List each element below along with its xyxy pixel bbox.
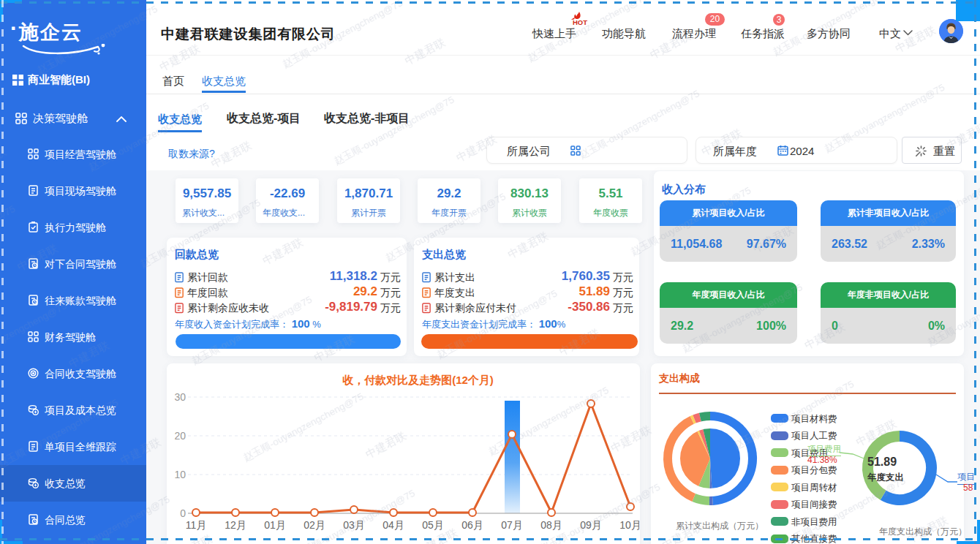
svg-text:07月: 07月 (501, 519, 523, 531)
svg-text:12月: 12月 (225, 519, 246, 531)
svg-text:01月: 01月 (264, 519, 286, 531)
svg-text:09月: 09月 (580, 519, 602, 531)
svg-text:30: 30 (174, 391, 186, 403)
svg-text:05月: 05月 (422, 519, 444, 531)
svg-text:08月: 08月 (540, 519, 562, 531)
svg-text:11月: 11月 (186, 519, 207, 531)
svg-text:10: 10 (174, 469, 186, 480)
svg-text:10月: 10月 (619, 519, 640, 531)
svg-text:HOT: HOT (573, 18, 587, 26)
svg-text:20: 20 (174, 430, 186, 442)
svg-text:06月: 06月 (461, 519, 483, 531)
svg-text:02月: 02月 (304, 519, 325, 531)
svg-text:0: 0 (180, 507, 186, 519)
svg-text:03月: 03月 (343, 519, 365, 531)
svg-text:04月: 04月 (382, 519, 404, 531)
